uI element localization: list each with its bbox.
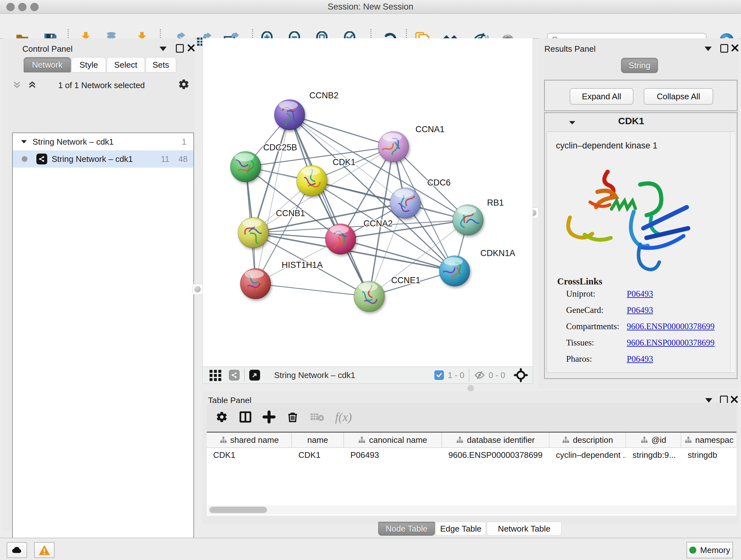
control-panel: Control Panel Network Style Select Sets … bbox=[3, 38, 195, 531]
cell-shared-name[interactable]: CDK1 bbox=[207, 448, 292, 462]
column-header[interactable]: canonical name bbox=[344, 433, 442, 447]
memory-label: Memory bbox=[700, 545, 730, 555]
cell-at-id[interactable]: stringdb:9... bbox=[626, 448, 681, 462]
node-label-ccna2: CCNA2 bbox=[363, 219, 393, 228]
network-node-cdkn1a[interactable] bbox=[440, 256, 470, 287]
tab-select[interactable]: Select bbox=[107, 57, 145, 72]
tab-style[interactable]: Style bbox=[71, 57, 106, 72]
column-header[interactable]: namespac bbox=[681, 433, 737, 447]
cell-name[interactable]: CDK1 bbox=[292, 448, 344, 462]
results-panel-float-icon[interactable] bbox=[720, 44, 728, 53]
column-header[interactable]: name bbox=[292, 433, 344, 447]
results-scrollbar[interactable] bbox=[730, 132, 735, 373]
network-edge[interactable] bbox=[256, 284, 369, 297]
network-view-title: String Network – cdk1 bbox=[274, 370, 355, 380]
tab-edge-table[interactable]: Edge Table bbox=[435, 522, 486, 536]
genecard-link[interactable]: P06493 bbox=[627, 305, 653, 315]
tab-network-table[interactable]: Network Table bbox=[487, 522, 562, 536]
network-node-ccnb2[interactable] bbox=[274, 100, 305, 130]
birds-eye-share-icon[interactable] bbox=[229, 370, 240, 381]
attribute-type-icon bbox=[684, 436, 692, 444]
table-horizontal-scrollbar[interactable] bbox=[207, 505, 736, 514]
compartments-link[interactable]: 9606.ENSP00000378699 bbox=[627, 321, 715, 331]
hidden-count: 0 - 0 bbox=[488, 370, 505, 380]
table-panel-close-icon[interactable] bbox=[730, 395, 738, 403]
network-node-hist1h1a[interactable] bbox=[240, 268, 271, 299]
control-panel-menu-caret-icon[interactable] bbox=[159, 47, 166, 51]
node-label-cdkn1a: CDKN1A bbox=[480, 248, 515, 258]
delete-column-trash-icon[interactable] bbox=[286, 411, 299, 423]
table-toolbar: f(x) bbox=[207, 403, 737, 431]
column-header[interactable]: shared name bbox=[207, 433, 292, 447]
function-builder-fx: f(x) bbox=[335, 410, 352, 424]
column-header[interactable]: description bbox=[549, 433, 626, 447]
tab-network[interactable]: Network bbox=[23, 57, 71, 72]
left-splitter-handle[interactable] bbox=[192, 284, 203, 295]
network-node-ccne1[interactable] bbox=[354, 281, 385, 312]
control-panel-float-icon[interactable] bbox=[176, 44, 184, 53]
cell-namespace[interactable]: stringdb bbox=[681, 448, 737, 462]
selected-checkbox-icon[interactable] bbox=[434, 370, 444, 380]
table-options-gear-icon[interactable] bbox=[216, 411, 228, 423]
status-bar: Memory bbox=[0, 538, 741, 560]
network-node-cdk1[interactable] bbox=[296, 165, 327, 196]
gene-section-caret-icon[interactable] bbox=[568, 120, 576, 125]
selected-count: 1 - 0 bbox=[448, 370, 464, 380]
network-node-cdc25b[interactable] bbox=[230, 151, 261, 182]
collapse-all-icon[interactable] bbox=[12, 80, 22, 90]
column-header[interactable]: database identifier bbox=[442, 433, 549, 447]
network-node-rb1[interactable] bbox=[453, 205, 483, 235]
uniprot-link[interactable]: P06493 bbox=[627, 289, 653, 299]
table-scrollbar-thumb[interactable] bbox=[209, 507, 267, 513]
results-panel-title: Results Panel bbox=[544, 44, 596, 54]
expand-all-button[interactable]: Expand All bbox=[569, 88, 633, 105]
network-canvas[interactable]: CCNB2CCNA1CDC25BCDK1CDC6RB1CCNB1CCNA2CDK… bbox=[202, 38, 533, 367]
tab-string-results[interactable]: String bbox=[621, 58, 658, 73]
network-edge[interactable] bbox=[256, 115, 290, 284]
tab-sets[interactable]: Sets bbox=[145, 57, 176, 72]
table-row[interactable]: CDK1 CDK1 P06493 9606.ENSP00000378699 cy… bbox=[207, 448, 737, 462]
cytoscape-window: Session: New Session bbox=[0, 0, 741, 560]
cell-description[interactable]: cyclin–dependent ... bbox=[549, 448, 626, 462]
network-node-cdc6[interactable] bbox=[390, 188, 421, 219]
tissues-link[interactable]: 9606.ENSP00000378699 bbox=[627, 338, 715, 348]
window-minimize-traffic-light[interactable] bbox=[18, 3, 26, 11]
results-panel-close-icon[interactable] bbox=[731, 44, 739, 52]
network-collection-row[interactable]: String Network – cdk1 1 bbox=[13, 133, 193, 150]
column-header[interactable]: @id bbox=[626, 433, 681, 447]
network-options-gear-icon[interactable] bbox=[178, 78, 190, 90]
expand-all-icon[interactable] bbox=[27, 80, 37, 90]
collection-count: 1 bbox=[182, 137, 186, 147]
window-zoom-traffic-light[interactable] bbox=[30, 3, 39, 11]
add-column-icon[interactable] bbox=[262, 410, 276, 424]
results-panel-menu-caret-icon[interactable] bbox=[704, 47, 712, 51]
cell-canonical-name[interactable]: P06493 bbox=[344, 448, 442, 462]
netbar-separator bbox=[244, 369, 245, 381]
collapse-all-button[interactable]: Collapse All bbox=[644, 88, 713, 105]
memory-button[interactable]: Memory bbox=[686, 542, 733, 558]
node-label-rb1: RB1 bbox=[487, 198, 503, 207]
birds-eye-toggle-icon[interactable] bbox=[514, 368, 528, 382]
attribute-type-icon bbox=[358, 436, 366, 444]
cell-database-identifier[interactable]: 9606.ENSP00000378699 bbox=[442, 448, 549, 462]
cloud-status-button[interactable] bbox=[7, 542, 27, 558]
tab-node-table[interactable]: Node Table bbox=[378, 522, 435, 536]
network-type-icon bbox=[37, 153, 47, 165]
network-node-ccna1[interactable] bbox=[378, 131, 409, 162]
network-row-selected[interactable]: String Network – cdk1 11 48 bbox=[13, 150, 193, 168]
tree-expand-caret-icon[interactable] bbox=[20, 139, 27, 144]
show-columns-icon[interactable] bbox=[239, 410, 252, 424]
network-node-ccnb1[interactable] bbox=[238, 217, 269, 248]
detach-view-icon[interactable] bbox=[249, 370, 260, 381]
grid-view-icon[interactable] bbox=[208, 368, 222, 382]
node-label-ccnb1: CCNB1 bbox=[276, 208, 305, 218]
pharos-link[interactable]: P06493 bbox=[627, 354, 653, 364]
table-panel-menu-caret-icon[interactable] bbox=[705, 398, 712, 402]
network-node-ccna2[interactable] bbox=[325, 224, 356, 254]
bottom-splitter-handle[interactable] bbox=[468, 385, 474, 391]
control-panel-close-icon[interactable] bbox=[187, 44, 195, 52]
window-close-traffic-light[interactable] bbox=[6, 3, 15, 11]
warnings-button[interactable] bbox=[34, 542, 55, 558]
gene-name: CDK1 bbox=[618, 116, 644, 126]
network-edge[interactable] bbox=[289, 115, 393, 147]
